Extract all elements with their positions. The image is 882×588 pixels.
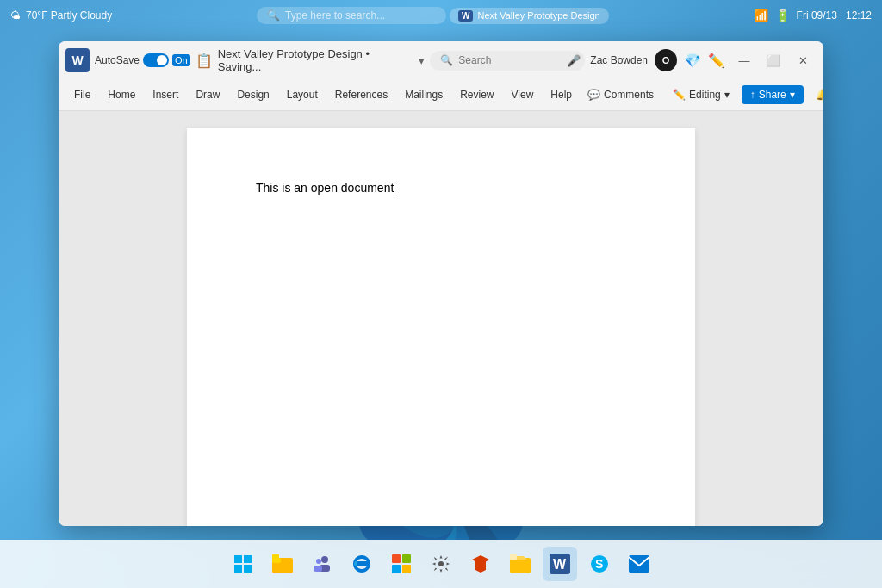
close-button[interactable]: ✕ [789,48,817,72]
pencil-icon: ✏️ [673,89,686,101]
text-cursor [394,181,394,195]
user-name: Zac Bowden [590,54,648,66]
autosave-toggle[interactable] [143,53,169,67]
doc-content: This is an open document [256,181,394,195]
store-icon[interactable] [384,547,419,581]
mail-icon[interactable] [622,547,656,581]
svg-rect-9 [244,555,252,563]
svg-rect-30 [629,555,649,573]
svg-point-17 [316,559,321,564]
ribbon-search[interactable]: 🔍 🎤 [430,51,585,71]
svg-rect-25 [510,554,517,560]
user-area: Zac Bowden O 💎 ✏️ [590,49,725,71]
search-input[interactable] [285,9,388,22]
word-logo-icon: W [65,48,90,72]
svg-text:W: W [553,557,567,572]
menu-home[interactable]: Home [99,85,144,104]
wifi-icon: 📶 [754,9,768,22]
date-time: Fri 09/13 12:12 [797,9,872,22]
feedback-button[interactable]: 🔔 [809,86,823,103]
menu-draw[interactable]: Draw [187,85,228,104]
office-icon[interactable] [463,547,498,581]
svg-rect-21 [392,565,401,573]
diamond-icon: 💎 [684,53,701,69]
doc-page: This is an open document [187,128,695,526]
svg-rect-14 [272,554,279,560]
menu-layout[interactable]: Layout [278,85,326,104]
word-mini-icon: W [458,10,473,22]
system-bar-left: 🌤 70°F Partly Cloudy [10,9,112,22]
ribbon: File Home Insert Draw Design Layout Refe… [59,79,823,111]
word-taskbar-icon[interactable]: W [543,547,577,581]
chevron-editing-icon: ▾ [724,89,730,101]
settings-icon[interactable] [424,547,458,581]
comment-icon: 💬 [587,89,600,101]
search-icon: 🔍 [267,9,280,22]
doc-layout-icon: 📋 [196,53,213,69]
svg-rect-20 [402,554,411,563]
teams-icon[interactable] [305,547,339,581]
taskbar: W S [0,540,882,588]
weather-icon: 🌤 [10,9,21,22]
file-manager-icon[interactable] [503,547,537,581]
pen-icon: ✏️ [708,53,725,69]
system-bar-center: 🔍 W Next Valley Prototype Design [257,7,609,24]
document-area[interactable]: This is an open document [59,111,823,526]
svg-rect-10 [234,565,242,573]
chevron-down-icon[interactable]: ▾ [419,54,425,67]
menu-view[interactable]: View [503,85,543,104]
autosave-area: AutoSave On [95,53,190,67]
svg-rect-18 [314,566,322,572]
menu-file[interactable]: File [65,85,99,104]
system-tray: 📶 🔋 Fri 09/13 12:12 [754,9,872,22]
svg-point-23 [438,561,444,566]
active-app-pill: W Next Valley Prototype Design [450,8,609,24]
share-button[interactable]: ↑ Share ▾ [742,85,804,104]
share-icon: ↑ [750,89,755,101]
system-bar: 🌤 70°F Partly Cloudy 🔍 W Next Valley Pro… [0,0,882,31]
weather-text: 70°F Partly Cloudy [26,9,112,22]
svg-rect-8 [234,555,242,563]
word-window: W AutoSave On 📋 Next Valley Prototype De… [59,41,823,526]
editing-button[interactable]: ✏️ Editing ▾ [666,86,736,103]
start-button[interactable] [226,547,260,581]
document-title: Next Valley Prototype Design • Saving...… [218,47,425,73]
menu-design[interactable]: Design [228,85,277,104]
avatar: O [655,49,677,71]
menu-references[interactable]: References [326,85,396,104]
svg-point-15 [321,556,328,563]
menu-insert[interactable]: Insert [144,85,187,104]
chevron-share-icon: ▾ [790,89,795,101]
battery-icon: 🔋 [775,9,790,22]
menu-mailings[interactable]: Mailings [396,85,451,104]
menu-bar: File Home Insert Draw Design Layout Refe… [65,79,581,110]
window-controls: — ⬜ ✕ [730,48,817,72]
feedback-icon: 🔔 [816,89,823,101]
svg-rect-19 [392,554,401,563]
autosave-label: AutoSave [95,54,140,66]
file-explorer-icon[interactable] [265,547,300,581]
mic-icon[interactable]: 🎤 [567,54,581,67]
taskbar-search[interactable]: 🔍 [257,7,446,24]
svg-text:S: S [595,557,603,571]
skype-icon[interactable]: S [582,547,617,581]
ribbon-search-input[interactable] [458,54,562,66]
menu-help[interactable]: Help [542,85,581,104]
toggle-on-label: On [172,54,190,66]
active-app-label: Next Valley Prototype Design [477,10,599,21]
svg-rect-22 [402,565,411,573]
maximize-button[interactable]: ⬜ [760,48,787,72]
search-icon: 🔍 [440,54,453,66]
ribbon-actions: 💬 Comments ✏️ Editing ▾ ↑ Share ▾ 🔔 [581,85,823,104]
menu-review[interactable]: Review [451,85,502,104]
edge-icon[interactable] [345,547,379,581]
svg-rect-24 [510,558,531,573]
minimize-button[interactable]: — [730,48,758,72]
svg-rect-11 [244,565,252,573]
comments-button[interactable]: 💬 Comments [581,86,661,103]
title-bar: W AutoSave On 📋 Next Valley Prototype De… [59,41,823,79]
